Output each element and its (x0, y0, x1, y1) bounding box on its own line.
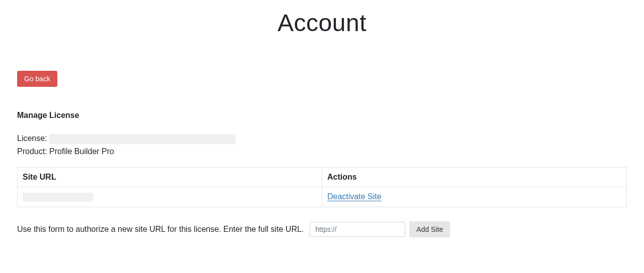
license-value (49, 134, 235, 144)
license-label: License: (17, 134, 47, 143)
page-title: Account (17, 9, 627, 37)
manage-license-heading: Manage License (17, 111, 627, 120)
sites-table: Site URL Actions Deactivate Site (17, 167, 627, 207)
add-site-button[interactable]: Add Site (409, 221, 450, 237)
product-line: Product: Profile Builder Pro (17, 147, 627, 156)
go-back-button[interactable]: Go back (17, 71, 57, 87)
license-line: License: (17, 134, 627, 144)
deactivate-site-link[interactable]: Deactivate Site (327, 192, 382, 201)
product-label: Product: (17, 147, 47, 156)
cell-site-url (18, 187, 322, 207)
cell-actions: Deactivate Site (322, 187, 627, 207)
form-help-text: Use this form to authorize a new site UR… (17, 225, 304, 234)
col-site-url: Site URL (18, 168, 322, 187)
table-row: Deactivate Site (18, 187, 627, 207)
product-value: Profile Builder Pro (49, 147, 114, 156)
site-url-value (23, 193, 93, 202)
col-actions: Actions (322, 168, 627, 187)
table-header-row: Site URL Actions (18, 168, 627, 187)
site-url-input[interactable] (310, 222, 405, 237)
add-site-form: Use this form to authorize a new site UR… (17, 221, 627, 237)
